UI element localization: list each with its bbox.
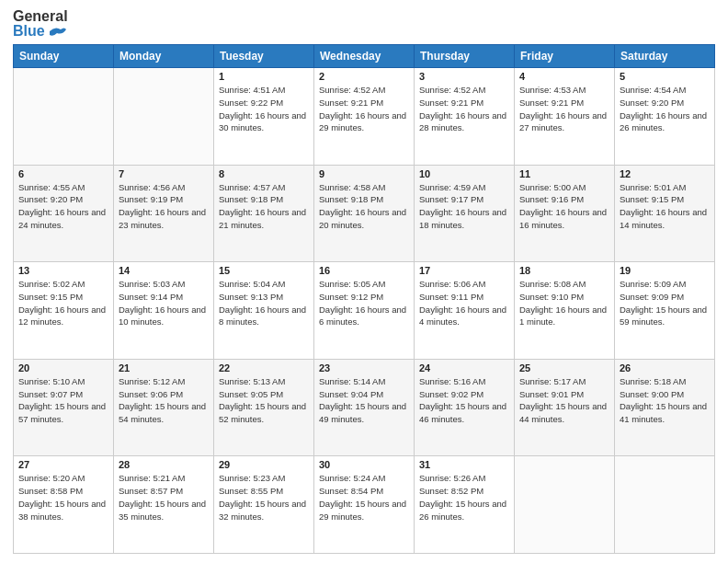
day-number: 7 xyxy=(119,168,209,179)
calendar-cell: 30Sunrise: 5:24 AM Sunset: 8:54 PM Dayli… xyxy=(314,456,415,554)
calendar-cell: 16Sunrise: 5:05 AM Sunset: 9:12 PM Dayli… xyxy=(314,262,415,360)
calendar-cell: 8Sunrise: 4:57 AM Sunset: 9:18 PM Daylig… xyxy=(214,165,314,262)
calendar-cell: 21Sunrise: 5:12 AM Sunset: 9:06 PM Dayli… xyxy=(114,359,214,456)
day-number: 14 xyxy=(119,265,209,276)
day-info: Sunrise: 4:57 AM Sunset: 9:18 PM Dayligh… xyxy=(219,181,309,232)
calendar-header-row: SundayMondayTuesdayWednesdayThursdayFrid… xyxy=(14,45,715,68)
day-info: Sunrise: 4:59 AM Sunset: 9:17 PM Dayligh… xyxy=(419,181,509,232)
calendar-cell: 17Sunrise: 5:06 AM Sunset: 9:11 PM Dayli… xyxy=(415,262,515,360)
page: GeneralBlue SundayMondayTuesdayWednesday… xyxy=(0,0,728,563)
day-number: 6 xyxy=(18,168,108,179)
day-number: 19 xyxy=(620,265,710,276)
calendar-cell: 25Sunrise: 5:17 AM Sunset: 9:01 PM Dayli… xyxy=(515,359,615,456)
day-number: 16 xyxy=(319,265,409,276)
day-info: Sunrise: 5:08 AM Sunset: 9:10 PM Dayligh… xyxy=(519,278,609,328)
calendar-cell: 7Sunrise: 4:56 AM Sunset: 9:19 PM Daylig… xyxy=(114,165,214,262)
calendar-cell: 28Sunrise: 5:21 AM Sunset: 8:57 PM Dayli… xyxy=(114,456,214,554)
calendar-table: SundayMondayTuesdayWednesdayThursdayFrid… xyxy=(13,44,715,554)
day-info: Sunrise: 4:53 AM Sunset: 9:21 PM Dayligh… xyxy=(519,84,609,134)
calendar-cell: 22Sunrise: 5:13 AM Sunset: 9:05 PM Dayli… xyxy=(214,359,314,456)
logo-blue-text: Blue xyxy=(13,24,45,39)
day-number: 9 xyxy=(319,168,409,179)
day-number: 13 xyxy=(18,265,108,276)
day-info: Sunrise: 5:16 AM Sunset: 9:02 PM Dayligh… xyxy=(419,375,509,426)
day-info: Sunrise: 5:21 AM Sunset: 8:57 PM Dayligh… xyxy=(119,472,209,523)
day-info: Sunrise: 4:51 AM Sunset: 9:22 PM Dayligh… xyxy=(219,84,309,134)
day-info: Sunrise: 4:55 AM Sunset: 9:20 PM Dayligh… xyxy=(18,181,108,232)
weekday-header-friday: Friday xyxy=(515,45,615,68)
calendar-cell: 11Sunrise: 5:00 AM Sunset: 9:16 PM Dayli… xyxy=(515,165,615,262)
day-info: Sunrise: 4:58 AM Sunset: 9:18 PM Dayligh… xyxy=(319,181,409,232)
day-number: 11 xyxy=(519,168,609,179)
day-info: Sunrise: 5:14 AM Sunset: 9:04 PM Dayligh… xyxy=(319,375,409,426)
calendar-cell: 12Sunrise: 5:01 AM Sunset: 9:15 PM Dayli… xyxy=(615,165,715,262)
day-number: 21 xyxy=(119,362,209,373)
calendar-cell xyxy=(515,456,615,554)
day-info: Sunrise: 5:17 AM Sunset: 9:01 PM Dayligh… xyxy=(519,375,609,426)
logo: GeneralBlue xyxy=(13,9,68,39)
day-info: Sunrise: 5:06 AM Sunset: 9:11 PM Dayligh… xyxy=(419,278,509,328)
day-info: Sunrise: 5:26 AM Sunset: 8:52 PM Dayligh… xyxy=(419,472,509,523)
weekday-header-saturday: Saturday xyxy=(615,45,715,68)
day-info: Sunrise: 5:05 AM Sunset: 9:12 PM Dayligh… xyxy=(319,278,409,328)
day-info: Sunrise: 5:12 AM Sunset: 9:06 PM Dayligh… xyxy=(119,375,209,426)
day-number: 18 xyxy=(519,265,609,276)
calendar-cell: 10Sunrise: 4:59 AM Sunset: 9:17 PM Dayli… xyxy=(415,165,515,262)
logo-bird-icon xyxy=(48,24,66,39)
day-info: Sunrise: 4:52 AM Sunset: 9:21 PM Dayligh… xyxy=(419,84,509,134)
calendar-cell: 6Sunrise: 4:55 AM Sunset: 9:20 PM Daylig… xyxy=(14,165,114,262)
day-number: 4 xyxy=(519,71,609,82)
day-number: 31 xyxy=(419,459,509,470)
day-info: Sunrise: 5:01 AM Sunset: 9:15 PM Dayligh… xyxy=(620,181,710,232)
day-number: 23 xyxy=(319,362,409,373)
day-number: 17 xyxy=(419,265,509,276)
calendar-week-3: 13Sunrise: 5:02 AM Sunset: 9:15 PM Dayli… xyxy=(14,262,715,360)
calendar-week-4: 20Sunrise: 5:10 AM Sunset: 9:07 PM Dayli… xyxy=(14,359,715,456)
day-number: 8 xyxy=(219,168,309,179)
calendar-cell xyxy=(14,68,114,166)
day-number: 26 xyxy=(620,362,710,373)
calendar-cell: 29Sunrise: 5:23 AM Sunset: 8:55 PM Dayli… xyxy=(214,456,314,554)
calendar-cell: 20Sunrise: 5:10 AM Sunset: 9:07 PM Dayli… xyxy=(14,359,114,456)
calendar-cell: 1Sunrise: 4:51 AM Sunset: 9:22 PM Daylig… xyxy=(214,68,314,166)
calendar-cell: 26Sunrise: 5:18 AM Sunset: 9:00 PM Dayli… xyxy=(615,359,715,456)
calendar-cell: 18Sunrise: 5:08 AM Sunset: 9:10 PM Dayli… xyxy=(515,262,615,360)
calendar-cell: 19Sunrise: 5:09 AM Sunset: 9:09 PM Dayli… xyxy=(615,262,715,360)
calendar-cell: 24Sunrise: 5:16 AM Sunset: 9:02 PM Dayli… xyxy=(415,359,515,456)
day-number: 25 xyxy=(519,362,609,373)
day-info: Sunrise: 5:03 AM Sunset: 9:14 PM Dayligh… xyxy=(119,278,209,328)
calendar-cell: 4Sunrise: 4:53 AM Sunset: 9:21 PM Daylig… xyxy=(515,68,615,166)
day-number: 20 xyxy=(18,362,108,373)
calendar-cell: 14Sunrise: 5:03 AM Sunset: 9:14 PM Dayli… xyxy=(114,262,214,360)
calendar-cell: 3Sunrise: 4:52 AM Sunset: 9:21 PM Daylig… xyxy=(415,68,515,166)
day-info: Sunrise: 5:24 AM Sunset: 8:54 PM Dayligh… xyxy=(319,472,409,523)
weekday-header-thursday: Thursday xyxy=(415,45,515,68)
calendar-cell: 15Sunrise: 5:04 AM Sunset: 9:13 PM Dayli… xyxy=(214,262,314,360)
calendar-cell xyxy=(615,456,715,554)
weekday-header-tuesday: Tuesday xyxy=(214,45,314,68)
day-number: 1 xyxy=(219,71,309,82)
day-info: Sunrise: 5:00 AM Sunset: 9:16 PM Dayligh… xyxy=(519,181,609,232)
calendar-cell: 27Sunrise: 5:20 AM Sunset: 8:58 PM Dayli… xyxy=(14,456,114,554)
day-number: 30 xyxy=(319,459,409,470)
calendar-cell: 5Sunrise: 4:54 AM Sunset: 9:20 PM Daylig… xyxy=(615,68,715,166)
weekday-header-wednesday: Wednesday xyxy=(314,45,415,68)
day-number: 3 xyxy=(419,71,509,82)
day-number: 10 xyxy=(419,168,509,179)
day-info: Sunrise: 5:20 AM Sunset: 8:58 PM Dayligh… xyxy=(18,472,108,523)
day-number: 2 xyxy=(319,71,409,82)
calendar-cell: 9Sunrise: 4:58 AM Sunset: 9:18 PM Daylig… xyxy=(314,165,415,262)
calendar-cell: 13Sunrise: 5:02 AM Sunset: 9:15 PM Dayli… xyxy=(14,262,114,360)
day-info: Sunrise: 5:23 AM Sunset: 8:55 PM Dayligh… xyxy=(219,472,309,523)
day-info: Sunrise: 5:09 AM Sunset: 9:09 PM Dayligh… xyxy=(620,278,710,328)
calendar-week-1: 1Sunrise: 4:51 AM Sunset: 9:22 PM Daylig… xyxy=(14,68,715,166)
day-info: Sunrise: 5:18 AM Sunset: 9:00 PM Dayligh… xyxy=(620,375,710,426)
weekday-header-monday: Monday xyxy=(114,45,214,68)
day-number: 12 xyxy=(620,168,710,179)
day-info: Sunrise: 5:13 AM Sunset: 9:05 PM Dayligh… xyxy=(219,375,309,426)
day-number: 28 xyxy=(119,459,209,470)
calendar-week-2: 6Sunrise: 4:55 AM Sunset: 9:20 PM Daylig… xyxy=(14,165,715,262)
calendar-week-5: 27Sunrise: 5:20 AM Sunset: 8:58 PM Dayli… xyxy=(14,456,715,554)
day-number: 24 xyxy=(419,362,509,373)
day-info: Sunrise: 4:56 AM Sunset: 9:19 PM Dayligh… xyxy=(119,181,209,232)
